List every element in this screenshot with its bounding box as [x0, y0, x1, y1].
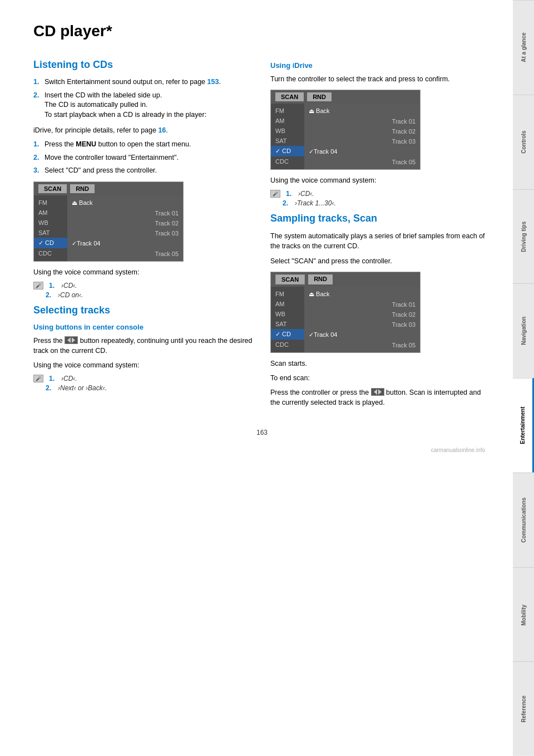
side-tabs: At a glance Controls Driving tips Naviga… — [513, 0, 534, 756]
list-item: 2. ›Track 1...30‹. — [270, 199, 491, 207]
scan-tab-2: SCAN — [275, 92, 304, 101]
list-item: 2. ›Next‹ or ›Back‹. — [33, 384, 254, 392]
scan-tab: SCAN — [38, 184, 67, 193]
menu-item-sat-3: SAT — [271, 319, 304, 329]
track-02-3: Track 02 — [304, 310, 420, 320]
page-title: CD player* — [33, 22, 491, 40]
track-04: ✓Track 04 — [67, 238, 183, 249]
track-04-2: ✓Track 04 — [304, 146, 420, 157]
list-item: 2. ›CD on‹. — [33, 291, 254, 299]
menu-item-cdc-3: CDC — [271, 340, 304, 350]
sidebar-item-navigation[interactable]: Navigation — [513, 283, 534, 378]
list-item: 🎤 1. ›CD‹. — [270, 190, 491, 198]
sidebar-item-entertainment[interactable]: Entertainment — [513, 378, 534, 473]
menu-item-fm-3: FM — [271, 289, 304, 299]
sidebar-item-mobility[interactable]: Mobility — [513, 567, 534, 662]
sampling-select: Select "SCAN" and press the controller. — [270, 256, 491, 266]
page-number: 163 — [33, 429, 491, 436]
list-item: 1. Press the MENU button to open the sta… — [33, 140, 254, 150]
track-01-3: Track 01 — [304, 300, 420, 310]
menu-item-wb-3: WB — [271, 309, 304, 319]
voice-system-label: Using the voice command system: — [33, 267, 254, 277]
list-item: 3. Select "CD" and press the controller. — [33, 166, 254, 176]
menu-item-am-2: AM — [271, 116, 304, 126]
menu-item-cd-3: ✓ CD — [271, 329, 304, 340]
track-03-3: Track 03 — [304, 320, 420, 330]
next-icon-2 — [378, 389, 382, 395]
menu-item-am-3: AM — [271, 299, 304, 309]
cd-menu-screenshot-1: SCAN RND FM AM WB SAT ✓ CD CDC ⏏ Back Tr… — [33, 181, 184, 262]
next-icon — [72, 337, 75, 343]
selecting-tracks-heading: Selecting tracks — [33, 305, 254, 316]
listening-heading: Listening to CDs — [33, 59, 254, 71]
end-scan-text: Press the controller or press the button… — [270, 387, 491, 408]
menu-back-3: ⏏ Back — [304, 289, 420, 300]
scan-starts: Scan starts. — [270, 359, 491, 369]
menu-item-sat: SAT — [34, 228, 67, 238]
idrive-note: iDrive, for principle details, refer to … — [33, 125, 254, 135]
sampling-text: The system automatically plays a series … — [270, 231, 491, 251]
idrive-steps: 1. Press the MENU button to open the sta… — [33, 140, 254, 176]
listening-steps: 1. Switch Entertainment sound output on,… — [33, 77, 254, 120]
scan-prev-next-button — [371, 388, 384, 396]
rnd-tab-2: RND — [307, 92, 332, 101]
using-idrive-heading: Using iDrive — [270, 61, 491, 70]
voice-system-label2: Using the voice command system: — [33, 360, 254, 370]
track-05-2: Track 05 — [304, 157, 420, 167]
using-idrive-text: Turn the controller to select the track … — [270, 74, 491, 84]
cd-menu-screenshot-3: SCAN RND FM AM WB SAT ✓ CD CDC ⏏ Back Tr… — [270, 272, 421, 353]
menu-item-am: AM — [34, 208, 67, 218]
track-02-2: Track 02 — [304, 126, 420, 136]
voice-steps-3: 🎤 1. ›CD‹. 2. ›Track 1...30‹. — [270, 190, 491, 207]
track-05-3: Track 05 — [304, 340, 420, 350]
prev-icon-2 — [374, 389, 377, 395]
menu-item-fm-2: FM — [271, 106, 304, 116]
sidebar-item-at-a-glance[interactable]: At a glance — [513, 0, 534, 95]
menu-item-cdc-2: CDC — [271, 156, 304, 166]
menu-item-cd: ✓ CD — [34, 238, 67, 248]
list-item: 🎤 1. ›CD‹. — [33, 282, 254, 289]
menu-item-cd-2: ✓ CD — [271, 146, 304, 156]
rnd-tab: RND — [70, 184, 95, 193]
track-prev-next-button — [65, 336, 78, 344]
sidebar-item-driving-tips[interactable]: Driving tips — [513, 189, 534, 284]
voice-steps-1: 🎤 1. ›CD‹. 2. ›CD on‹. — [33, 282, 254, 299]
sampling-heading: Sampling tracks, Scan — [270, 213, 491, 224]
track-03-2: Track 03 — [304, 136, 420, 146]
menu-item-cdc: CDC — [34, 248, 67, 258]
sidebar-item-reference[interactable]: Reference — [513, 661, 534, 756]
menu-back-2: ⏏ Back — [304, 106, 420, 116]
watermark: carmanualsonline.info — [431, 447, 485, 453]
voice-icon: 🎤 — [33, 282, 43, 289]
list-item: 🎤 1. ›CD‹. — [33, 375, 254, 382]
menu-item-fm: FM — [34, 198, 67, 208]
list-item: 1. Switch Entertainment sound output on,… — [33, 77, 254, 87]
voice-icon-2: 🎤 — [33, 375, 43, 382]
sidebar-item-communications[interactable]: Communications — [513, 473, 534, 567]
track-04-3: ✓Track 04 — [304, 330, 420, 340]
track-05: Track 05 — [67, 249, 183, 259]
scan-tab-active: SCAN — [275, 274, 305, 284]
voice-icon-3: 🎤 — [270, 190, 280, 198]
track-02: Track 02 — [67, 218, 183, 228]
cd-menu-screenshot-2: SCAN RND FM AM WB SAT ✓ CD CDC ⏏ Back Tr… — [270, 90, 421, 170]
left-column: Listening to CDs 1. Switch Entertainment… — [33, 56, 254, 412]
voice-steps-2: 🎤 1. ›CD‹. 2. ›Next‹ or ›Back‹. — [33, 375, 254, 392]
menu-back: ⏏ Back — [67, 198, 183, 208]
to-end-scan: To end scan: — [270, 373, 491, 383]
main-content: CD player* Listening to CDs 1. Switch En… — [0, 0, 513, 459]
right-column: Using iDrive Turn the controller to sele… — [270, 56, 491, 412]
track-01-2: Track 01 — [304, 116, 420, 126]
track-03: Track 03 — [67, 228, 183, 238]
using-buttons-text: Press the button repeatedly, continuing … — [33, 336, 254, 356]
menu-item-wb-2: WB — [271, 126, 304, 136]
voice-system-label3: Using the voice command system: — [270, 175, 491, 185]
prev-icon — [67, 337, 71, 343]
list-item: 2. Insert the CD with the labeled side u… — [33, 91, 254, 120]
menu-item-sat-2: SAT — [271, 136, 304, 146]
two-column-layout: Listening to CDs 1. Switch Entertainment… — [33, 56, 491, 412]
list-item: 2. Move the controller toward "Entertain… — [33, 153, 254, 163]
menu-item-wb: WB — [34, 218, 67, 228]
sidebar-item-controls[interactable]: Controls — [513, 95, 534, 189]
track-01: Track 01 — [67, 208, 183, 218]
